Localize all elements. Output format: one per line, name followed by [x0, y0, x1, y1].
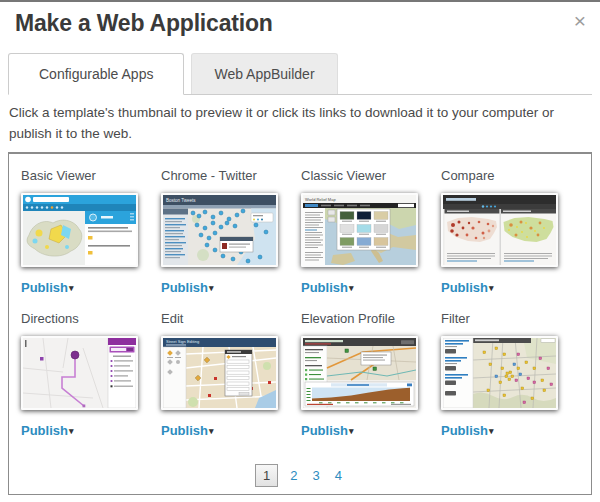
template-title: Compare: [441, 168, 581, 183]
publish-caret-icon: ▾: [69, 426, 74, 436]
publish-label: Publish: [441, 423, 488, 438]
pagination-page-2[interactable]: 2: [287, 465, 300, 486]
template-card-edit: Edit Street Sign Editing: [161, 309, 301, 439]
edit-thumbnail[interactable]: Street Sign Editing: [161, 336, 278, 410]
directions-thumbnail-image: [23, 338, 136, 408]
publish-label: Publish: [21, 280, 68, 295]
template-cells: Basic Viewer: [9, 154, 591, 452]
filter-thumbnail-image: [443, 338, 556, 408]
publish-caret-icon: ▾: [209, 426, 214, 436]
publish-caret-icon: ▾: [349, 426, 354, 436]
thumb-header-text: World Relief Map: [305, 197, 336, 202]
basic-viewer-thumbnail-image: [23, 195, 136, 265]
template-title: Classic Viewer: [301, 168, 441, 183]
template-title: Basic Viewer: [21, 168, 161, 183]
elevation-profile-thumbnail-image: [303, 338, 416, 408]
publish-label: Publish: [441, 280, 488, 295]
template-title: Directions: [21, 311, 161, 326]
pagination-page-3[interactable]: 3: [310, 465, 323, 486]
make-web-application-dialog: Make a Web Application × Configurable Ap…: [0, 0, 600, 502]
thumb-header-text: Boston Tweets: [166, 198, 196, 203]
template-card-chrome-twitter: Chrome - Twitter Boston Tweets: [161, 166, 301, 296]
chrome-twitter-thumbnail[interactable]: Boston Tweets: [161, 193, 278, 267]
pagination-page-4[interactable]: 4: [332, 465, 345, 486]
publish-link[interactable]: Publish▾: [301, 280, 353, 295]
compare-thumbnail-image: [443, 195, 556, 265]
dialog-description: Click a template's thumbnail to preview …: [9, 103, 591, 145]
thumb-header-text: Street Sign Editing: [166, 339, 199, 344]
publish-label: Publish: [21, 423, 68, 438]
publish-caret-icon: ▾: [69, 283, 74, 293]
template-grid: Basic Viewer: [8, 152, 592, 495]
dialog-title: Make a Web Application: [15, 10, 273, 37]
template-card-directions: Directions: [21, 309, 161, 439]
classic-viewer-thumbnail[interactable]: World Relief Map: [301, 193, 418, 267]
template-title: Filter: [441, 311, 581, 326]
tab-web-appbuilder[interactable]: Web AppBuilder: [191, 53, 337, 94]
edit-thumbnail-image: Street Sign Editing: [163, 338, 276, 408]
publish-label: Publish: [161, 423, 208, 438]
template-card-compare: Compare: [441, 166, 581, 296]
publish-link[interactable]: Publish▾: [21, 280, 73, 295]
pagination-page-1-current[interactable]: 1: [255, 464, 278, 487]
publish-caret-icon: ▾: [349, 283, 354, 293]
template-title: Edit: [161, 311, 301, 326]
publish-label: Publish: [161, 280, 208, 295]
template-card-elevation-profile: Elevation Profile: [301, 309, 441, 439]
directions-thumbnail[interactable]: [21, 336, 138, 410]
publish-link[interactable]: Publish▾: [441, 423, 493, 438]
chrome-twitter-thumbnail-image: Boston Tweets: [163, 195, 276, 265]
template-card-basic-viewer: Basic Viewer: [21, 166, 161, 296]
tab-label: Configurable Apps: [39, 66, 153, 82]
publish-label: Publish: [301, 423, 348, 438]
filter-thumbnail[interactable]: [441, 336, 558, 410]
publish-link[interactable]: Publish▾: [161, 423, 213, 438]
tab-configurable-apps[interactable]: Configurable Apps: [8, 53, 184, 95]
publish-link[interactable]: Publish▾: [441, 280, 493, 295]
publish-caret-icon: ▾: [209, 283, 214, 293]
publish-label: Publish: [301, 280, 348, 295]
publish-caret-icon: ▾: [489, 426, 494, 436]
pagination: 1 2 3 4: [9, 464, 591, 487]
tab-label: Web AppBuilder: [214, 66, 314, 82]
template-card-filter: Filter: [441, 309, 581, 439]
tab-bar: Configurable Apps Web AppBuilder: [8, 53, 592, 95]
template-card-classic-viewer: Classic Viewer World Relief Map: [301, 166, 441, 296]
publish-link[interactable]: Publish▾: [21, 423, 73, 438]
template-title: Chrome - Twitter: [161, 168, 301, 183]
elevation-profile-thumbnail[interactable]: [301, 336, 418, 410]
publish-link[interactable]: Publish▾: [161, 280, 213, 295]
classic-viewer-thumbnail-image: World Relief Map: [303, 195, 416, 265]
publish-link[interactable]: Publish▾: [301, 423, 353, 438]
basic-viewer-thumbnail[interactable]: [21, 193, 138, 267]
compare-thumbnail[interactable]: [441, 193, 558, 267]
publish-caret-icon: ▾: [489, 283, 494, 293]
close-icon[interactable]: ×: [570, 6, 590, 35]
template-title: Elevation Profile: [301, 311, 441, 326]
